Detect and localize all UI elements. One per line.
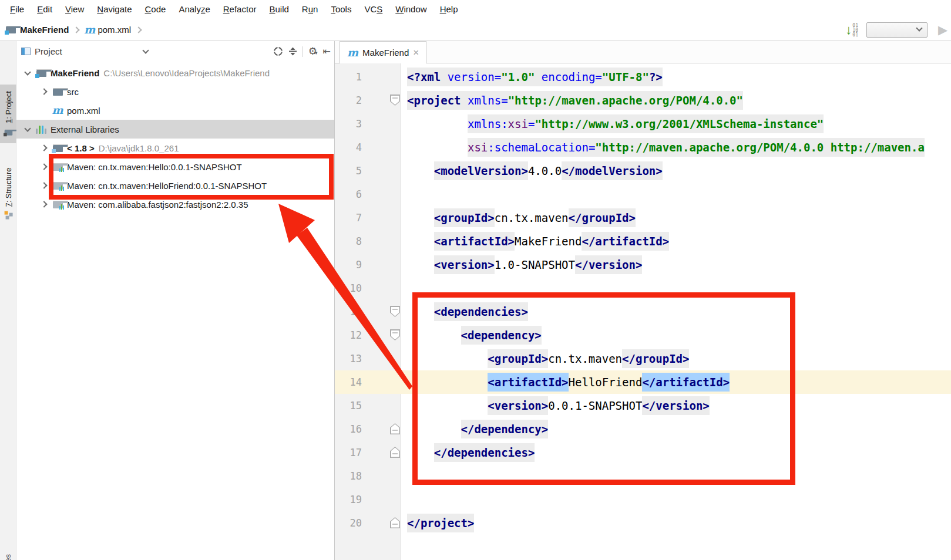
fold-marker-icon[interactable] bbox=[390, 95, 400, 106]
line-number: 9 bbox=[335, 253, 362, 276]
line-number: 20 bbox=[335, 511, 362, 535]
run-button[interactable]: ▶ bbox=[938, 23, 951, 37]
code-line[interactable]: 7 <groupId>cn.tx.maven</groupId> bbox=[335, 206, 951, 230]
close-icon[interactable]: × bbox=[413, 48, 419, 58]
editor-area: m MakeFriend × 1<?xml version="1.0" enco… bbox=[335, 41, 951, 560]
code-line[interactable]: 4 xsi:schemaLocation="http://maven.apach… bbox=[335, 136, 951, 159]
tree-row[interactable]: < 1.8 >D:\java\jdk1.8.0_261 bbox=[16, 139, 334, 157]
code-text: <?xml version="1.0" encoding="UTF-8"?> bbox=[401, 65, 663, 89]
line-number: 8 bbox=[335, 230, 362, 253]
tree-row[interactable]: src bbox=[16, 82, 334, 101]
menu-analyze[interactable]: Analyze bbox=[172, 0, 216, 19]
menu-navigate[interactable]: Navigate bbox=[90, 0, 138, 19]
menu-bar: FileEditViewNavigateCodeAnalyzeRefactorB… bbox=[0, 0, 951, 19]
project-panel-title[interactable]: Project bbox=[35, 46, 62, 56]
menu-run[interactable]: Run bbox=[295, 0, 325, 19]
line-number: 15 bbox=[335, 394, 362, 417]
chevron-down-icon[interactable] bbox=[21, 72, 34, 75]
code-line[interactable]: 20</project> bbox=[335, 511, 951, 535]
project-tool-icon bbox=[4, 128, 14, 136]
code-line[interactable]: 17 </dependencies> bbox=[335, 441, 951, 464]
chevron-right-icon[interactable] bbox=[38, 164, 51, 169]
chevron-down-icon bbox=[916, 25, 922, 31]
tree-row-label: pom.xml bbox=[67, 106, 100, 116]
tree-row[interactable]: External Libraries bbox=[16, 120, 334, 139]
line-number: 7 bbox=[335, 206, 362, 230]
project-folder-icon bbox=[6, 26, 16, 33]
folder-icon bbox=[36, 69, 46, 77]
folder-icon bbox=[53, 88, 63, 96]
tree-row[interactable]: Maven: cn.tx.maven:HelloFriend:0.0.1-SNA… bbox=[16, 176, 334, 195]
code-text: <modelVersion>4.0.0</modelVersion> bbox=[401, 159, 663, 183]
code-line[interactable]: 14 <artifactId>HelloFriend</artifactId> bbox=[335, 370, 951, 394]
code-line[interactable]: 1<?xml version="1.0" encoding="UTF-8"?> bbox=[335, 65, 951, 89]
locate-file-icon[interactable] bbox=[273, 46, 283, 56]
line-number: 3 bbox=[335, 112, 362, 136]
code-line[interactable]: 18 bbox=[335, 464, 951, 488]
tree-row[interactable]: Maven: com.alibaba.fastjson2:fastjson2:2… bbox=[16, 195, 334, 214]
collapse-all-icon[interactable] bbox=[288, 46, 297, 56]
tab-label: MakeFriend bbox=[362, 48, 409, 58]
code-line[interactable]: 6 bbox=[335, 183, 951, 206]
tree-row-label: MakeFriend bbox=[51, 68, 99, 78]
code-line[interactable]: 19 bbox=[335, 488, 951, 511]
menu-refactor[interactable]: Refactor bbox=[217, 0, 263, 19]
tab-makefriend[interactable]: m MakeFriend × bbox=[340, 41, 426, 63]
code-line[interactable]: 12 <dependency> bbox=[335, 323, 951, 347]
code-text bbox=[401, 488, 407, 511]
fold-marker-icon[interactable] bbox=[390, 517, 400, 528]
tree-row[interactable]: mpom.xml bbox=[16, 101, 334, 120]
code-line[interactable]: 15 <version>0.0.1-SNAPSHOT</version> bbox=[335, 394, 951, 417]
code-line[interactable]: 9 <version>1.0-SNAPSHOT</version> bbox=[335, 253, 951, 276]
tree-row-path: D:\java\jdk1.8.0_261 bbox=[99, 143, 179, 153]
tree-row-label: src bbox=[67, 87, 79, 97]
fold-marker-icon[interactable] bbox=[390, 447, 400, 458]
chevron-right-icon[interactable] bbox=[38, 183, 51, 188]
menu-build[interactable]: Build bbox=[263, 0, 295, 19]
project-view-dropdown-icon[interactable] bbox=[142, 47, 149, 53]
toolbar-right: ↓ 01 10 01 ▶ bbox=[845, 19, 951, 41]
code-line[interactable]: 5 <modelVersion>4.0.0</modelVersion> bbox=[335, 159, 951, 183]
menu-vcs[interactable]: VCS bbox=[358, 0, 389, 19]
stripe-bottom-fragment[interactable]: es bbox=[4, 554, 12, 560]
fold-marker-icon[interactable] bbox=[390, 423, 400, 434]
sidebar-item-structure[interactable]: 7: Structure bbox=[0, 160, 16, 226]
code-line[interactable]: 16 </dependency> bbox=[335, 417, 951, 441]
tool-window-stripe: 1: Project 7: Structure es bbox=[0, 41, 16, 560]
editor-body[interactable]: 1<?xml version="1.0" encoding="UTF-8"?>2… bbox=[335, 63, 951, 560]
fold-marker-icon[interactable] bbox=[390, 306, 400, 317]
menu-view[interactable]: View bbox=[59, 0, 90, 19]
run-configuration-select[interactable] bbox=[866, 22, 928, 38]
code-line[interactable]: 13 <groupId>cn.tx.maven</groupId> bbox=[335, 347, 951, 370]
chevron-down-icon[interactable] bbox=[21, 128, 34, 131]
settings-gear-icon[interactable]: ⚙▾ bbox=[308, 46, 318, 57]
code-line[interactable]: 10 bbox=[335, 276, 951, 300]
menu-help[interactable]: Help bbox=[434, 0, 465, 19]
line-number: 12 bbox=[335, 323, 362, 347]
menu-code[interactable]: Code bbox=[139, 0, 173, 19]
code-line[interactable]: 8 <artifactId>MakeFriend</artifactId> bbox=[335, 230, 951, 253]
tree-row[interactable]: Maven: cn.tx.maven:Hello:0.0.1-SNAPSHOT bbox=[16, 157, 334, 176]
hide-panel-icon[interactable]: ⇤ bbox=[323, 46, 331, 57]
menu-file[interactable]: File bbox=[4, 0, 31, 19]
breadcrumb-file[interactable]: pom.xml bbox=[98, 25, 131, 35]
code-line[interactable]: 11 <dependencies> bbox=[335, 300, 951, 323]
sidebar-item-project[interactable]: 1: Project bbox=[0, 85, 16, 143]
maven-file-icon: m bbox=[347, 48, 358, 58]
code-line[interactable]: 3 xmlns:xsi="http://www.w3.org/2001/XMLS… bbox=[335, 112, 951, 136]
chevron-right-icon[interactable] bbox=[38, 202, 51, 207]
chevron-right-icon[interactable] bbox=[38, 89, 51, 94]
tree-row[interactable]: MakeFriendC:\Users\Lenovo\IdeaProjects\M… bbox=[16, 63, 334, 82]
menu-tools[interactable]: Tools bbox=[324, 0, 358, 19]
code-text: <version>1.0-SNAPSHOT</version> bbox=[401, 253, 642, 276]
maven-file-icon: m bbox=[52, 106, 63, 115]
menu-window[interactable]: Window bbox=[389, 0, 433, 19]
code-line[interactable]: 2<project xmlns="http://maven.apache.org… bbox=[335, 89, 951, 112]
chevron-right-icon[interactable] bbox=[38, 146, 51, 150]
breadcrumb-project[interactable]: MakeFriend bbox=[20, 25, 69, 35]
menu-edit[interactable]: Edit bbox=[31, 0, 59, 19]
tree-row-path: C:\Users\Lenovo\IdeaProjects\MakeFriend bbox=[103, 68, 270, 78]
code-text: <groupId>cn.tx.maven</groupId> bbox=[401, 206, 636, 230]
fold-marker-icon[interactable] bbox=[390, 329, 400, 340]
update-project-button[interactable]: ↓ 01 10 01 bbox=[845, 22, 858, 38]
